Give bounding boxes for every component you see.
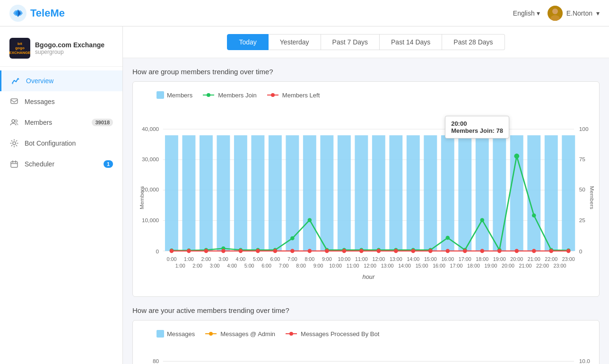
svg-text:15:00: 15:00	[424, 256, 437, 262]
gear-icon	[9, 139, 19, 148]
svg-rect-50	[407, 135, 420, 251]
legend-members-join: Members Join	[202, 92, 257, 99]
legend-left-label: Members Left	[282, 92, 320, 99]
svg-point-100	[446, 249, 450, 253]
svg-text:Members: Members	[589, 186, 594, 209]
svg-point-105	[532, 249, 536, 253]
svg-text:20:00: 20:00	[502, 263, 514, 269]
svg-text:21:00: 21:00	[528, 256, 540, 262]
tab-past14[interactable]: Past 14 Days	[380, 34, 442, 50]
legend-chart2-admin: Messages @ Admin	[204, 330, 275, 338]
main-layout: bitgogoEXCHANGE Bgogo.com Exchange super…	[0, 26, 609, 364]
svg-text:10:00: 10:00	[338, 256, 350, 262]
svg-text:14:00: 14:00	[398, 263, 411, 269]
chart1-wrapper: 20:00 Members Join: 78 40,000 30,000 20,…	[138, 106, 594, 289]
chart2-section: How are your active members trending ove…	[132, 306, 600, 364]
chart1-svg: 40,000 30,000 20,000 10,000 0 100 75 50 …	[138, 106, 594, 289]
svg-point-86	[204, 249, 209, 253]
svg-point-84	[170, 249, 174, 253]
sidebar-item-members[interactable]: Members 39018	[0, 112, 122, 133]
group-type: supergroup	[35, 49, 104, 55]
svg-text:19:00: 19:00	[493, 256, 506, 262]
svg-text:75: 75	[579, 156, 586, 163]
svg-text:23:00: 23:00	[554, 263, 566, 269]
svg-point-96	[377, 249, 381, 253]
svg-point-101	[463, 249, 467, 253]
user-arrow: ▾	[596, 9, 600, 17]
svg-text:1:00: 1:00	[175, 263, 185, 269]
svg-text:5:00: 5:00	[244, 263, 254, 269]
svg-text:22:00: 22:00	[545, 256, 557, 262]
tab-past28[interactable]: Past 28 Days	[442, 34, 505, 50]
sidebar: bitgogoEXCHANGE Bgogo.com Exchange super…	[0, 26, 123, 364]
svg-text:Members: Members	[139, 186, 145, 209]
svg-point-87	[221, 249, 226, 253]
svg-text:5:00: 5:00	[253, 256, 263, 262]
group-name: Bgogo.com Exchange	[35, 41, 104, 49]
svg-text:12:00: 12:00	[372, 256, 385, 262]
sidebar-item-scheduler[interactable]: Scheduler 1	[0, 154, 122, 174]
legend-join-line-icon	[202, 92, 215, 98]
user-name: E.Norton	[566, 9, 592, 17]
svg-point-95	[359, 249, 364, 253]
sidebar-bot-config-label: Bot Configuration	[25, 139, 76, 147]
svg-rect-6	[12, 83, 13, 84]
svg-rect-7	[11, 99, 17, 104]
language-selector[interactable]: English ▾	[513, 9, 540, 17]
svg-text:40,000: 40,000	[142, 126, 159, 132]
svg-point-98	[411, 249, 416, 253]
tab-yesterday[interactable]: Yesterday	[269, 34, 321, 50]
legend-chart2-messages-color	[157, 330, 164, 338]
svg-rect-53	[458, 135, 471, 251]
svg-text:3:00: 3:00	[218, 256, 228, 262]
svg-text:0: 0	[579, 248, 583, 255]
svg-text:20:00: 20:00	[510, 256, 523, 262]
svg-text:13:00: 13:00	[381, 263, 394, 269]
svg-rect-51	[424, 135, 437, 251]
svg-text:17:00: 17:00	[450, 263, 463, 269]
svg-rect-58	[545, 135, 558, 251]
svg-point-88	[239, 249, 243, 253]
svg-text:4:00: 4:00	[235, 256, 245, 262]
members-badge: 39018	[92, 119, 113, 126]
svg-point-4	[552, 9, 558, 14]
sidebar-members-label: Members	[25, 119, 52, 126]
svg-text:2:00: 2:00	[201, 256, 211, 262]
tab-past7[interactable]: Past 7 Days	[321, 34, 380, 50]
message-icon	[9, 97, 19, 106]
chart1-legend: Members Members Join	[138, 91, 594, 99]
svg-rect-49	[389, 135, 402, 251]
sidebar-item-bot-configuration[interactable]: Bot Configuration	[0, 133, 122, 154]
user-menu[interactable]: E.Norton ▾	[548, 6, 600, 21]
sidebar-item-overview[interactable]: Overview	[0, 70, 122, 91]
svg-point-103	[497, 249, 502, 253]
svg-point-97	[394, 249, 398, 253]
legend-members-label: Members	[167, 92, 192, 99]
calendar-icon	[9, 159, 19, 169]
svg-point-18	[271, 93, 275, 97]
sidebar-item-messages[interactable]: Messages	[0, 91, 122, 112]
svg-rect-38	[200, 135, 213, 251]
legend-chart2-bot: Messages Processed By Bot	[285, 330, 379, 338]
tab-today[interactable]: Today	[227, 34, 268, 50]
group-logo-text: bitgogoEXCHANGE	[9, 42, 30, 55]
scheduler-badge: 1	[104, 160, 113, 168]
svg-text:4:00: 4:00	[227, 263, 237, 269]
chart1-title: How are group members trending over time…	[132, 68, 600, 76]
svg-text:25: 25	[579, 217, 586, 224]
legend-join-label: Members Join	[218, 92, 257, 99]
svg-rect-44	[303, 135, 316, 251]
svg-point-99	[428, 249, 433, 253]
chart2-legend: Messages Messages @ Admin	[138, 330, 594, 338]
svg-rect-48	[372, 135, 385, 251]
svg-point-68	[308, 218, 312, 222]
svg-point-102	[480, 249, 484, 253]
svg-text:7:00: 7:00	[287, 256, 297, 262]
svg-rect-54	[476, 135, 489, 251]
svg-point-85	[187, 249, 191, 253]
svg-point-9	[15, 120, 17, 122]
language-label: English	[513, 9, 535, 17]
svg-text:11:00: 11:00	[347, 263, 359, 269]
svg-point-78	[480, 218, 484, 222]
svg-point-10	[13, 142, 16, 145]
